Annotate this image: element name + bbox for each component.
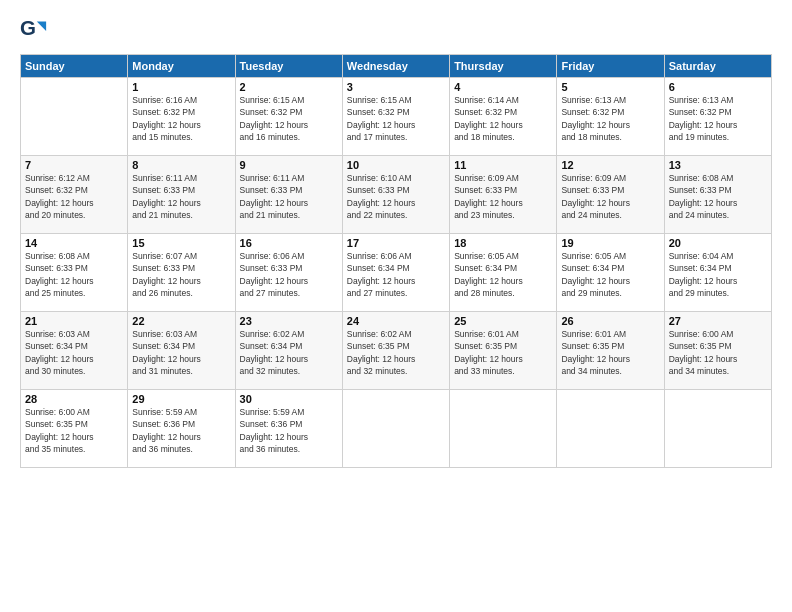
- day-cell: 24Sunrise: 6:02 AM Sunset: 6:35 PM Dayli…: [342, 312, 449, 390]
- header-cell-monday: Monday: [128, 55, 235, 78]
- header-cell-sunday: Sunday: [21, 55, 128, 78]
- day-info: Sunrise: 6:01 AM Sunset: 6:35 PM Dayligh…: [454, 328, 552, 377]
- day-info: Sunrise: 6:00 AM Sunset: 6:35 PM Dayligh…: [669, 328, 767, 377]
- day-info: Sunrise: 6:05 AM Sunset: 6:34 PM Dayligh…: [454, 250, 552, 299]
- day-info: Sunrise: 6:06 AM Sunset: 6:34 PM Dayligh…: [347, 250, 445, 299]
- day-info: Sunrise: 6:08 AM Sunset: 6:33 PM Dayligh…: [25, 250, 123, 299]
- day-cell: [342, 390, 449, 468]
- week-row-1: 1Sunrise: 6:16 AM Sunset: 6:32 PM Daylig…: [21, 78, 772, 156]
- day-info: Sunrise: 6:13 AM Sunset: 6:32 PM Dayligh…: [669, 94, 767, 143]
- day-info: Sunrise: 6:15 AM Sunset: 6:32 PM Dayligh…: [240, 94, 338, 143]
- day-info: Sunrise: 6:14 AM Sunset: 6:32 PM Dayligh…: [454, 94, 552, 143]
- day-number: 13: [669, 159, 767, 171]
- day-number: 11: [454, 159, 552, 171]
- day-number: 30: [240, 393, 338, 405]
- day-cell: 14Sunrise: 6:08 AM Sunset: 6:33 PM Dayli…: [21, 234, 128, 312]
- day-cell: 10Sunrise: 6:10 AM Sunset: 6:33 PM Dayli…: [342, 156, 449, 234]
- day-number: 19: [561, 237, 659, 249]
- day-cell: 16Sunrise: 6:06 AM Sunset: 6:33 PM Dayli…: [235, 234, 342, 312]
- day-info: Sunrise: 6:09 AM Sunset: 6:33 PM Dayligh…: [561, 172, 659, 221]
- day-number: 6: [669, 81, 767, 93]
- day-number: 12: [561, 159, 659, 171]
- day-number: 24: [347, 315, 445, 327]
- week-row-5: 28Sunrise: 6:00 AM Sunset: 6:35 PM Dayli…: [21, 390, 772, 468]
- day-cell: 28Sunrise: 6:00 AM Sunset: 6:35 PM Dayli…: [21, 390, 128, 468]
- header-cell-wednesday: Wednesday: [342, 55, 449, 78]
- day-cell: [450, 390, 557, 468]
- day-info: Sunrise: 5:59 AM Sunset: 6:36 PM Dayligh…: [240, 406, 338, 455]
- week-row-4: 21Sunrise: 6:03 AM Sunset: 6:34 PM Dayli…: [21, 312, 772, 390]
- day-number: 25: [454, 315, 552, 327]
- day-cell: 23Sunrise: 6:02 AM Sunset: 6:34 PM Dayli…: [235, 312, 342, 390]
- day-info: Sunrise: 6:13 AM Sunset: 6:32 PM Dayligh…: [561, 94, 659, 143]
- logo: G: [20, 16, 51, 44]
- svg-text:G: G: [20, 16, 36, 39]
- day-cell: 9Sunrise: 6:11 AM Sunset: 6:33 PM Daylig…: [235, 156, 342, 234]
- day-number: 1: [132, 81, 230, 93]
- day-info: Sunrise: 6:15 AM Sunset: 6:32 PM Dayligh…: [347, 94, 445, 143]
- header-cell-thursday: Thursday: [450, 55, 557, 78]
- day-number: 4: [454, 81, 552, 93]
- day-cell: 27Sunrise: 6:00 AM Sunset: 6:35 PM Dayli…: [664, 312, 771, 390]
- day-number: 8: [132, 159, 230, 171]
- day-info: Sunrise: 6:02 AM Sunset: 6:35 PM Dayligh…: [347, 328, 445, 377]
- day-info: Sunrise: 6:08 AM Sunset: 6:33 PM Dayligh…: [669, 172, 767, 221]
- calendar-body: 1Sunrise: 6:16 AM Sunset: 6:32 PM Daylig…: [21, 78, 772, 468]
- day-cell: 26Sunrise: 6:01 AM Sunset: 6:35 PM Dayli…: [557, 312, 664, 390]
- day-info: Sunrise: 5:59 AM Sunset: 6:36 PM Dayligh…: [132, 406, 230, 455]
- day-number: 23: [240, 315, 338, 327]
- day-number: 7: [25, 159, 123, 171]
- day-info: Sunrise: 6:04 AM Sunset: 6:34 PM Dayligh…: [669, 250, 767, 299]
- header-cell-saturday: Saturday: [664, 55, 771, 78]
- day-cell: [664, 390, 771, 468]
- day-cell: 15Sunrise: 6:07 AM Sunset: 6:33 PM Dayli…: [128, 234, 235, 312]
- day-number: 18: [454, 237, 552, 249]
- day-cell: 30Sunrise: 5:59 AM Sunset: 6:36 PM Dayli…: [235, 390, 342, 468]
- day-info: Sunrise: 6:16 AM Sunset: 6:32 PM Dayligh…: [132, 94, 230, 143]
- day-info: Sunrise: 6:12 AM Sunset: 6:32 PM Dayligh…: [25, 172, 123, 221]
- day-cell: 29Sunrise: 5:59 AM Sunset: 6:36 PM Dayli…: [128, 390, 235, 468]
- day-cell: 5Sunrise: 6:13 AM Sunset: 6:32 PM Daylig…: [557, 78, 664, 156]
- day-number: 14: [25, 237, 123, 249]
- week-row-2: 7Sunrise: 6:12 AM Sunset: 6:32 PM Daylig…: [21, 156, 772, 234]
- day-info: Sunrise: 6:03 AM Sunset: 6:34 PM Dayligh…: [25, 328, 123, 377]
- day-cell: [21, 78, 128, 156]
- day-info: Sunrise: 6:03 AM Sunset: 6:34 PM Dayligh…: [132, 328, 230, 377]
- day-cell: 4Sunrise: 6:14 AM Sunset: 6:32 PM Daylig…: [450, 78, 557, 156]
- day-number: 3: [347, 81, 445, 93]
- day-number: 16: [240, 237, 338, 249]
- logo-icon: G: [20, 16, 48, 44]
- day-cell: 18Sunrise: 6:05 AM Sunset: 6:34 PM Dayli…: [450, 234, 557, 312]
- day-info: Sunrise: 6:07 AM Sunset: 6:33 PM Dayligh…: [132, 250, 230, 299]
- day-number: 20: [669, 237, 767, 249]
- day-info: Sunrise: 6:09 AM Sunset: 6:33 PM Dayligh…: [454, 172, 552, 221]
- calendar-page: G SundayMondayTuesdayWednesdayThursdayFr…: [0, 0, 792, 612]
- day-cell: 3Sunrise: 6:15 AM Sunset: 6:32 PM Daylig…: [342, 78, 449, 156]
- day-cell: 11Sunrise: 6:09 AM Sunset: 6:33 PM Dayli…: [450, 156, 557, 234]
- header: G: [20, 16, 772, 44]
- day-number: 26: [561, 315, 659, 327]
- day-cell: 1Sunrise: 6:16 AM Sunset: 6:32 PM Daylig…: [128, 78, 235, 156]
- svg-marker-1: [37, 22, 46, 31]
- day-number: 27: [669, 315, 767, 327]
- week-row-3: 14Sunrise: 6:08 AM Sunset: 6:33 PM Dayli…: [21, 234, 772, 312]
- day-info: Sunrise: 6:02 AM Sunset: 6:34 PM Dayligh…: [240, 328, 338, 377]
- day-cell: 17Sunrise: 6:06 AM Sunset: 6:34 PM Dayli…: [342, 234, 449, 312]
- day-info: Sunrise: 6:00 AM Sunset: 6:35 PM Dayligh…: [25, 406, 123, 455]
- day-number: 9: [240, 159, 338, 171]
- day-number: 10: [347, 159, 445, 171]
- day-number: 15: [132, 237, 230, 249]
- day-cell: 6Sunrise: 6:13 AM Sunset: 6:32 PM Daylig…: [664, 78, 771, 156]
- day-cell: 8Sunrise: 6:11 AM Sunset: 6:33 PM Daylig…: [128, 156, 235, 234]
- header-row: SundayMondayTuesdayWednesdayThursdayFrid…: [21, 55, 772, 78]
- day-info: Sunrise: 6:11 AM Sunset: 6:33 PM Dayligh…: [132, 172, 230, 221]
- day-info: Sunrise: 6:05 AM Sunset: 6:34 PM Dayligh…: [561, 250, 659, 299]
- day-cell: 21Sunrise: 6:03 AM Sunset: 6:34 PM Dayli…: [21, 312, 128, 390]
- day-number: 21: [25, 315, 123, 327]
- day-cell: 2Sunrise: 6:15 AM Sunset: 6:32 PM Daylig…: [235, 78, 342, 156]
- calendar-header: SundayMondayTuesdayWednesdayThursdayFrid…: [21, 55, 772, 78]
- day-info: Sunrise: 6:10 AM Sunset: 6:33 PM Dayligh…: [347, 172, 445, 221]
- day-cell: 22Sunrise: 6:03 AM Sunset: 6:34 PM Dayli…: [128, 312, 235, 390]
- day-cell: 20Sunrise: 6:04 AM Sunset: 6:34 PM Dayli…: [664, 234, 771, 312]
- day-number: 28: [25, 393, 123, 405]
